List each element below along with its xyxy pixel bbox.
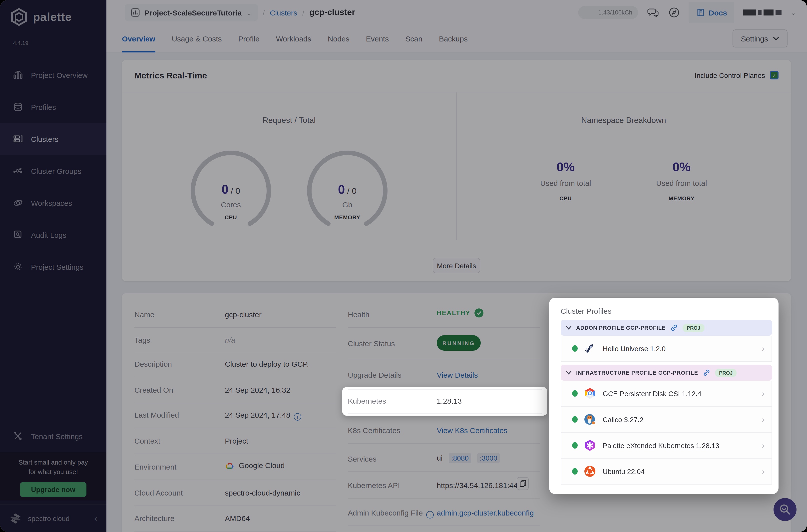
status-dot-green [572, 416, 578, 423]
link-icon[interactable] [670, 324, 678, 332]
kubernetes-version-value: 1.28.13 [437, 397, 462, 405]
profile-layer-hello-universe[interactable]: Hello Universe 1.2.0 › [561, 336, 772, 362]
status-dot-green [572, 390, 578, 397]
chevron-right-icon: › [762, 415, 765, 424]
profile-layer-name: Hello Universe 1.2.0 [603, 344, 665, 353]
profile-layer-calico[interactable]: Calico 3.27.2 › [561, 406, 772, 433]
status-dot-green [572, 345, 578, 352]
addon-profile-header[interactable]: ADDON PROFILE GCP-PROFILE PROJ [561, 320, 772, 336]
profile-layer-name: Palette eXtended Kubernetes 1.28.13 [603, 441, 719, 449]
profile-layer-palette-extended-kubernetes[interactable]: Palette eXtended Kubernetes 1.28.13 › [561, 433, 772, 459]
status-dot-green [572, 442, 578, 449]
chevron-right-icon: › [762, 344, 765, 353]
profiles-list: ADDON PROFILE GCP-PROFILE PROJ Hello Uni… [561, 320, 772, 484]
chevron-right-icon: › [762, 467, 765, 476]
status-dot-green [572, 468, 578, 475]
chevron-down-icon [566, 326, 571, 330]
hello-universe-icon [584, 342, 596, 355]
chevron-right-icon: › [762, 441, 765, 450]
cluster-profiles-popup: Cluster Profiles ADDON PROFILE GCP-PROFI… [549, 298, 778, 494]
profile-layer-ubuntu[interactable]: Ubuntu 22.04 › [561, 459, 772, 484]
chevron-down-icon [566, 370, 571, 375]
ubuntu-icon [584, 465, 596, 478]
kubernetes-version-spotlight-row[interactable]: Kubernetes 1.28.13 [342, 387, 547, 416]
infrastructure-profile-header[interactable]: INFRASTRUCTURE PROFILE GCP-PROFILE PROJ [561, 365, 772, 381]
app-window: palette 4.4.19 Project Overview Profiles… [0, 0, 807, 532]
gce-persistent-disk-icon [584, 387, 596, 400]
infrastructure-profile-name: INFRASTRUCTURE PROFILE GCP-PROFILE [576, 370, 698, 376]
profile-layer-name: GCE Persistent Disk CSI 1.12.4 [603, 390, 701, 397]
link-icon[interactable] [702, 369, 711, 377]
kubernetes-label: Kubernetes [348, 397, 386, 405]
profile-layer-gce-csi[interactable]: GCE Persistent Disk CSI 1.12.4 › [561, 381, 772, 406]
profile-layer-name: Calico 3.27.2 [603, 415, 643, 423]
pxk-icon [584, 439, 596, 452]
chevron-right-icon: › [762, 389, 765, 398]
addon-profile-name: ADDON PROFILE GCP-PROFILE [576, 325, 666, 331]
calico-icon [584, 413, 596, 425]
proj-badge: PROJ [715, 368, 736, 377]
proj-badge: PROJ [683, 323, 704, 332]
profile-layer-name: Ubuntu 22.04 [603, 467, 644, 475]
cluster-profiles-title: Cluster Profiles [561, 307, 612, 315]
